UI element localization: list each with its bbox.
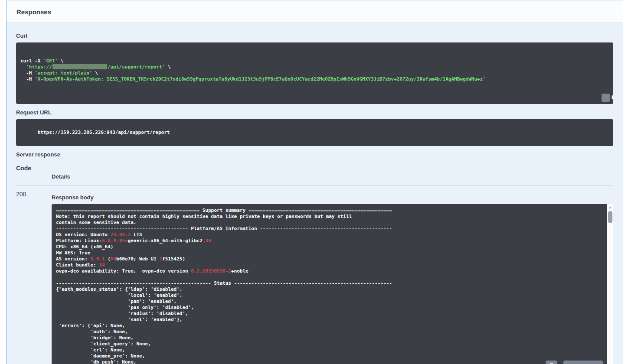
code-line: [56, 274, 603, 280]
code-line: 'auth': None,: [56, 329, 603, 335]
responses-table-header: Code Details: [16, 165, 613, 185]
copy-curl-button[interactable]: [602, 94, 610, 102]
code-line: curl -X 'GET' \: [20, 58, 596, 64]
curl-command-text: curl -X 'GET' \ 'https:///api/support/re…: [20, 58, 596, 82]
code-line: Note: this report should not contain hig…: [56, 214, 603, 220]
download-button[interactable]: Download: [563, 361, 603, 364]
code-line: ========================================…: [56, 208, 603, 214]
code-line: ovpn-dco availability: True, ovpn-dco ve…: [56, 268, 603, 274]
code-line: 'db_push': None,: [56, 359, 603, 364]
response-body-text[interactable]: ========================================…: [52, 204, 607, 364]
response-row-200: 200 Response body ======================…: [16, 185, 613, 364]
code-line: 'pam': 'enabled',: [56, 299, 603, 305]
code-line: 'pas_only': 'disabled',: [56, 305, 603, 311]
code-line: ----------------------------------------…: [56, 280, 603, 286]
code-line: contain some sensitive data.: [56, 220, 603, 226]
redacted-host: [52, 64, 107, 69]
request-url-block: https://159.223.205.226:943/api/support/…: [16, 119, 613, 146]
code-line: 'https:///api/support/report' \: [20, 64, 596, 70]
clipboard-copy-icon: [548, 363, 555, 364]
response-body-label: Response body: [52, 194, 613, 201]
code-line: AS version: 3.0.1 (84b60e70; Web UI 1f51…: [56, 256, 603, 262]
code-line: 'bridge': None,: [56, 335, 603, 341]
code-line: -H 'accept: text/plain' \: [20, 70, 596, 76]
code-line: CPU: x86_64 (x86_64): [56, 244, 603, 250]
response-body-actions: Download: [546, 361, 603, 364]
code-line: Client bundle: 34: [56, 262, 603, 268]
curl-label: Curl: [16, 32, 613, 39]
details-column-header: Details: [52, 165, 613, 180]
status-code: 200: [16, 185, 52, 364]
request-url-value: https://159.223.205.226:943/api/support/…: [38, 130, 170, 135]
request-url-label: Request URL: [16, 109, 613, 116]
code-line: 'client_query': None,: [56, 341, 603, 347]
code-line: 'errors': {'api': None,: [56, 323, 603, 329]
scrollbar-thumb[interactable]: [608, 211, 612, 223]
responses-header: Responses: [7, 1, 623, 23]
code-line: -H 'X-OpenVPN-As-AuthToken: SESS_TOKEN_T…: [20, 76, 596, 82]
server-response-label: Server response: [16, 151, 613, 158]
code-line: 'radius': 'disabled',: [56, 311, 603, 317]
response-details: Response body ==========================…: [52, 185, 613, 364]
response-body-wrap: ========================================…: [52, 204, 613, 364]
copy-response-button[interactable]: [546, 361, 557, 364]
code-line: 'daemon_pre': None,: [56, 353, 603, 359]
code-line: HW AES: True: [56, 250, 603, 256]
code-line: 'saml': 'enabled'},: [56, 317, 603, 323]
code-column-header: Code: [16, 165, 52, 180]
code-line: 'local': 'enabled',: [56, 292, 603, 299]
response-body-scrollbar[interactable]: ▲ ▼: [607, 204, 613, 364]
code-line: ----------------------------------------…: [56, 226, 603, 232]
responses-section: Responses Curl curl -X 'GET' \ 'https://…: [6, 0, 623, 364]
curl-command-block: curl -X 'GET' \ 'https:///api/support/re…: [16, 42, 613, 104]
code-line: OS version: Ubuntu 24.04.3 LTS: [56, 232, 603, 238]
responses-body: Curl curl -X 'GET' \ 'https:///api/suppo…: [7, 23, 623, 364]
clipboard-copy-icon: [595, 88, 613, 104]
scroll-up-icon[interactable]: ▲: [607, 205, 613, 210]
code-line: 'crl': None,: [56, 347, 603, 353]
code-line: Platform: Linux-6.8.0-85-generic-x86_64-…: [56, 238, 603, 244]
code-line: {'auth_modules_status': {'ldap': 'disabl…: [56, 286, 603, 292]
responses-title: Responses: [16, 8, 613, 16]
